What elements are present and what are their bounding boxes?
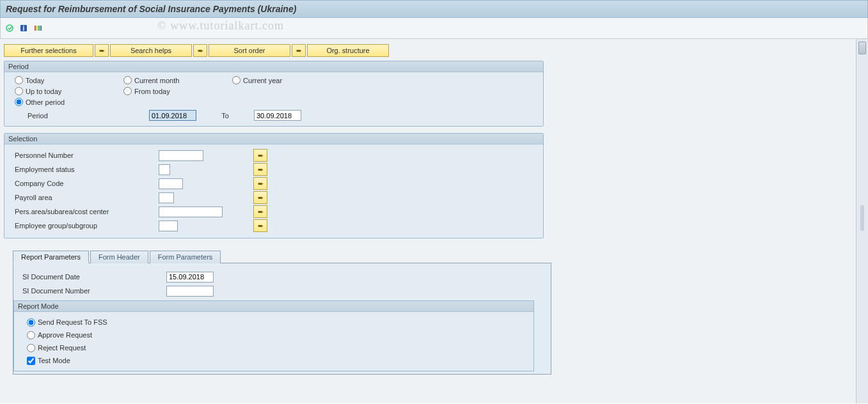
personnel-number-label: Personnel Number: [15, 152, 159, 159]
svg-text:i: i: [23, 25, 25, 32]
radio-today-label: Today: [26, 77, 44, 84]
radio-current-month[interactable]: Current month: [123, 76, 232, 84]
company-code-label: Company Code: [15, 180, 159, 187]
tab-report-label: Report Parameters: [21, 253, 81, 261]
tab-report-parameters[interactable]: Report Parameters: [13, 251, 89, 263]
payroll-area-multi-button[interactable]: ➨: [253, 191, 267, 204]
radio-up-to-today-input[interactable]: [15, 87, 23, 95]
radio-other-period-label: Other period: [26, 98, 65, 106]
checkbox-test-label: Test Mode: [38, 357, 70, 364]
radio-send-label: Send Request To FSS: [38, 318, 107, 326]
period-legend: Period: [4, 61, 543, 72]
org-structure-arrow-button[interactable]: ➨: [292, 44, 306, 57]
report-mode-legend: Report Mode: [14, 301, 533, 312]
radio-send-input[interactable]: [27, 318, 35, 327]
personnel-number-input[interactable]: [159, 150, 203, 161]
period-to-input[interactable]: [254, 110, 301, 121]
radio-reject-request[interactable]: Reject Request: [27, 341, 521, 354]
payroll-area-input[interactable]: [159, 192, 174, 203]
svg-rect-3: [35, 26, 36, 31]
window-title-text: Request for Reimbursement of Social Insu…: [6, 4, 296, 14]
svg-rect-6: [40, 26, 42, 31]
radio-approve-request[interactable]: Approve Request: [27, 329, 521, 341]
arrow-right-icon: ➨: [99, 47, 105, 55]
radio-from-today-input[interactable]: [123, 87, 132, 95]
employee-group-multi-button[interactable]: ➨: [253, 219, 267, 232]
arrow-right-icon: ➨: [258, 180, 264, 188]
info-icon[interactable]: i: [19, 23, 29, 33]
radio-today[interactable]: Today: [15, 76, 123, 84]
radio-current-month-input[interactable]: [123, 76, 132, 84]
sort-order-button[interactable]: Sort order: [209, 44, 290, 57]
company-code-multi-button[interactable]: ➨: [253, 177, 267, 190]
execute-icon[interactable]: [4, 23, 15, 33]
radio-send-request[interactable]: Send Request To FSS: [27, 316, 521, 329]
arrow-right-icon: ➨: [258, 194, 264, 202]
radio-up-to-today-label: Up to today: [26, 88, 61, 95]
report-mode-group: Report Mode Send Request To FSS Approve …: [13, 300, 534, 371]
si-doc-date-label: SI Document Date: [22, 273, 166, 281]
period-group: Period Today Current month Current year …: [4, 61, 544, 127]
svg-point-0: [6, 25, 13, 31]
radio-other-period-input[interactable]: [15, 98, 23, 106]
period-to-label: To: [196, 112, 254, 120]
further-selections-label: Further selections: [20, 47, 76, 54]
selection-group: Selection Personnel Number ➨ Employment …: [4, 133, 544, 238]
pers-area-multi-button[interactable]: ➨: [253, 205, 267, 218]
search-helps-button[interactable]: Search helps: [110, 44, 192, 57]
org-structure-label: Org. structure: [326, 47, 369, 54]
radio-reject-input[interactable]: [27, 344, 35, 352]
radio-up-to-today[interactable]: Up to today: [15, 87, 123, 95]
further-selections-button[interactable]: Further selections: [4, 44, 93, 57]
arrow-right-icon: ➨: [258, 222, 264, 230]
period-from-input[interactable]: [149, 110, 196, 121]
content-area: Further selections ➨ Search helps ➨ Sort…: [0, 39, 856, 403]
tab-pane-report: SI Document Date SI Document Number Repo…: [13, 263, 551, 375]
si-doc-number-label: SI Document Number: [22, 287, 166, 295]
arrow-right-icon: ➨: [258, 208, 264, 216]
scrollbar-thumb[interactable]: [858, 42, 866, 54]
svg-rect-5: [38, 26, 40, 31]
employee-group-input[interactable]: [159, 221, 178, 231]
variants-icon[interactable]: [33, 23, 43, 33]
radio-from-today[interactable]: From today: [123, 87, 232, 95]
si-doc-number-input[interactable]: [166, 286, 214, 297]
svg-rect-4: [36, 26, 38, 31]
period-label: Period: [28, 112, 149, 120]
watermark-text: © www.tutorialkart.com: [157, 19, 284, 33]
radio-reject-label: Reject Request: [38, 344, 86, 352]
tab-form-parameters[interactable]: Form Parameters: [150, 251, 221, 263]
checkbox-test-input[interactable]: [27, 357, 35, 365]
tabstrip: Report Parameters Form Header Form Param…: [13, 250, 551, 263]
company-code-input[interactable]: [159, 178, 183, 189]
radio-approve-input[interactable]: [27, 331, 35, 339]
si-doc-date-input[interactable]: [166, 272, 214, 283]
org-structure-button[interactable]: Org. structure: [307, 44, 389, 57]
search-helps-arrow-button[interactable]: ➨: [95, 44, 109, 57]
radio-today-input[interactable]: [15, 76, 23, 84]
tab-form-header[interactable]: Form Header: [90, 251, 148, 263]
radio-current-year[interactable]: Current year: [232, 76, 341, 84]
scrollbar-marker: [860, 205, 864, 231]
action-button-row: Further selections ➨ Search helps ➨ Sort…: [4, 44, 852, 57]
radio-current-year-label: Current year: [243, 77, 282, 84]
tab-header-label: Form Header: [99, 253, 140, 261]
radio-approve-label: Approve Request: [38, 331, 92, 339]
sort-order-label: Sort order: [234, 47, 265, 54]
vertical-scrollbar[interactable]: [856, 39, 868, 403]
employment-status-input[interactable]: [159, 164, 170, 175]
arrow-right-icon: ➨: [258, 166, 264, 174]
radio-current-year-input[interactable]: [232, 76, 241, 84]
personnel-number-multi-button[interactable]: ➨: [253, 149, 267, 162]
radio-other-period[interactable]: Other period: [15, 98, 123, 106]
employee-group-label: Employee group/subgroup: [15, 222, 159, 229]
pers-area-input[interactable]: [159, 206, 223, 217]
arrow-right-icon: ➨: [198, 47, 203, 55]
selection-legend: Selection: [4, 134, 543, 144]
employment-status-multi-button[interactable]: ➨: [253, 163, 267, 176]
arrow-right-icon: ➨: [258, 152, 264, 160]
arrow-right-icon: ➨: [296, 47, 302, 55]
sort-order-arrow-button[interactable]: ➨: [193, 44, 207, 57]
employment-status-label: Employment status: [15, 166, 159, 173]
checkbox-test-mode[interactable]: Test Mode: [27, 354, 521, 367]
